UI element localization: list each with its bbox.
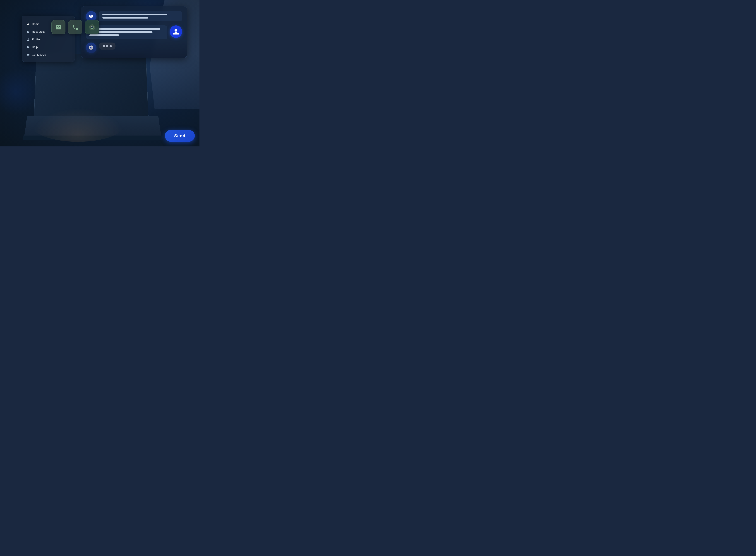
contact-icon: [27, 53, 30, 57]
svg-rect-24: [90, 48, 92, 48]
phone-button[interactable]: [68, 20, 82, 34]
bot-message-bubble-1: [99, 11, 182, 21]
email-icon: [55, 24, 62, 31]
sidebar-item-help[interactable]: Help: [22, 43, 75, 51]
help-label: Help: [32, 45, 38, 49]
hands-overlay: [31, 107, 125, 142]
help-icon: [27, 46, 30, 49]
svg-rect-27: [90, 49, 92, 50]
chat-message-bot-typing: [86, 42, 182, 53]
svg-point-12: [92, 15, 93, 16]
contact-label: Contact Us: [32, 53, 46, 57]
svg-point-8: [92, 25, 93, 26]
bot-face-icon-2: [88, 44, 95, 51]
svg-point-4: [92, 27, 92, 27]
svg-point-14: [92, 15, 92, 16]
typing-dot-3: [109, 45, 112, 47]
home-icon: [27, 23, 30, 26]
resources-label: Resources: [32, 30, 45, 34]
typing-dot-2: [106, 45, 108, 47]
user-avatar: [170, 25, 182, 38]
svg-point-5: [93, 27, 93, 27]
typing-dot-1: [103, 45, 105, 47]
msg-line: [102, 17, 148, 19]
svg-point-21: [92, 47, 93, 48]
svg-point-3: [93, 26, 93, 27]
bot-icon: [89, 24, 95, 31]
send-button[interactable]: Send: [165, 130, 195, 142]
divider-glow: [78, 0, 78, 94]
phone-icon: [72, 24, 78, 31]
typing-indicator: [99, 42, 115, 50]
bot-avatar-2: [86, 42, 97, 53]
svg-rect-19: [89, 46, 93, 49]
bot-button[interactable]: [85, 20, 99, 34]
svg-point-11: [90, 15, 91, 16]
svg-point-17: [91, 13, 92, 14]
svg-point-2: [91, 26, 92, 27]
user-icon: [172, 28, 179, 35]
send-button-label: Send: [174, 133, 185, 138]
svg-point-26: [91, 45, 92, 46]
home-label: Home: [32, 23, 39, 26]
svg-point-20: [90, 47, 91, 48]
svg-rect-6: [91, 27, 93, 28]
sidebar-item-profile[interactable]: Profile: [22, 36, 75, 43]
email-button[interactable]: [51, 20, 65, 34]
resources-icon: [27, 30, 30, 34]
msg-line: [89, 28, 160, 30]
action-buttons-row: [51, 20, 99, 34]
msg-line: [102, 14, 167, 15]
bot-avatar-1: [86, 11, 97, 22]
sidebar-item-contact[interactable]: Contact Us: [22, 51, 75, 59]
chat-message-bot-1: [86, 11, 182, 22]
svg-rect-10: [89, 15, 93, 18]
profile-icon: [27, 38, 30, 41]
svg-point-23: [92, 47, 92, 47]
msg-line: [89, 34, 119, 36]
bot-face-icon-1: [88, 13, 95, 20]
svg-rect-18: [90, 18, 92, 18]
svg-rect-9: [91, 28, 93, 29]
profile-label: Profile: [32, 38, 40, 41]
chat-message-user-1: [86, 25, 182, 39]
